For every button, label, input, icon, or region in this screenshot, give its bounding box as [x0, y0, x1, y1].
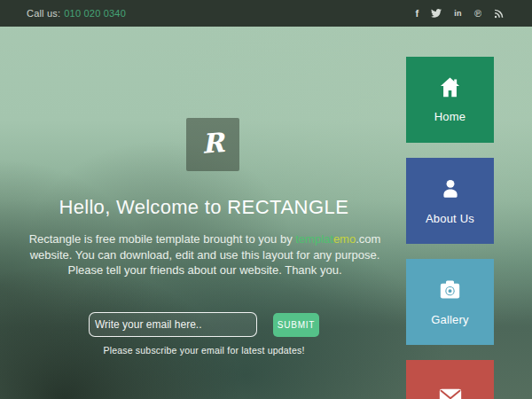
submit-button[interactable]: SUBMIT [273, 313, 319, 337]
page-title: Hello, Welcome to RECTANGLE [0, 196, 408, 219]
sidebar-item-home[interactable]: Home [406, 57, 494, 143]
facebook-icon[interactable]: f [416, 9, 419, 19]
social-links: f in ℗ [416, 9, 504, 19]
email-input[interactable] [89, 312, 257, 337]
camera-icon [438, 278, 462, 301]
heading-prefix: Hello, Welcome to [59, 196, 228, 218]
call-us-label: Call us: [27, 8, 60, 19]
sidebar-item-label: About Us [426, 212, 474, 225]
call-us-text: Call us:010 020 0340 [27, 8, 126, 19]
subscribe-note: Please subscribe your email for latest u… [0, 345, 408, 356]
sidebar-item-label: Home [434, 110, 466, 123]
sidebar-item-contact[interactable] [406, 360, 494, 399]
twitter-icon[interactable] [431, 9, 442, 18]
sidebar-item-gallery[interactable]: Gallery [406, 259, 494, 345]
envelope-icon [438, 387, 463, 399]
intro-text-before: Rectangle is free mobile template brough… [29, 232, 296, 246]
templatemo-link[interactable]: templatemo [295, 232, 356, 246]
rss-icon[interactable] [494, 9, 504, 19]
home-icon [438, 76, 462, 98]
sidebar-item-label: Gallery [431, 313, 469, 326]
logo-letter: R [200, 127, 225, 163]
linkedin-icon[interactable]: in [454, 10, 462, 18]
site-logo: R [186, 118, 239, 171]
user-icon [439, 177, 462, 200]
sidebar-item-about-us[interactable]: About Us [406, 158, 494, 244]
intro-paragraph: Rectangle is free mobile template brough… [21, 231, 388, 278]
top-bar: Call us:010 020 0340 f in ℗ [0, 0, 532, 27]
pinterest-icon[interactable]: ℗ [474, 9, 481, 19]
heading-brand: RECTANGLE [227, 196, 348, 218]
subscribe-form: SUBMIT [0, 312, 408, 337]
phone-number[interactable]: 010 020 0340 [64, 8, 126, 19]
